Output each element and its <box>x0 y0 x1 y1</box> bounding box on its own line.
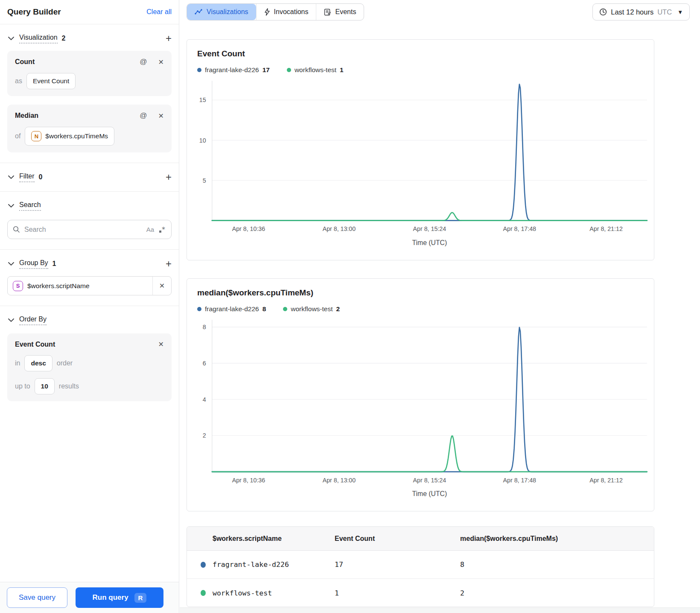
legend-item[interactable]: fragrant-lake-d226 17 <box>197 66 270 74</box>
series-dot <box>197 68 201 72</box>
row-script-name: fragrant-lake-d226 <box>187 560 335 569</box>
time-range-label: Last 12 hours <box>611 8 653 16</box>
series-dot <box>201 590 206 596</box>
svg-text:Apr 8, 15:24: Apr 8, 15:24 <box>413 477 446 484</box>
results-table-card: $workers.scriptName Event Count median($… <box>187 526 654 607</box>
time-range-picker[interactable]: Last 12 hours UTC ▼ <box>592 3 690 20</box>
run-query-label: Run query <box>93 593 128 602</box>
field-value: $workers.cpuTimeMs <box>45 132 108 140</box>
chevron-down-icon[interactable] <box>7 260 15 268</box>
svg-text:Apr 8, 15:24: Apr 8, 15:24 <box>413 225 446 232</box>
match-case-icon[interactable]: Aa <box>146 226 154 233</box>
event-count-chart-card: Event Count fragrant-lake-d226 17 workfl… <box>187 39 654 260</box>
visualization-label: Visualization <box>19 34 58 44</box>
median-cpu-chart-card: median($workers.cpuTimeMs) fragrant-lake… <box>187 278 654 511</box>
table-row[interactable]: fragrant-lake-d226 17 8 <box>187 551 654 579</box>
remove-group-by-icon[interactable]: ✕ <box>152 277 171 295</box>
series-dot <box>201 562 206 568</box>
at-mention-icon[interactable]: @ <box>140 111 147 120</box>
regex-icon[interactable]: * <box>158 226 166 234</box>
clock-icon <box>599 8 607 16</box>
svg-text:15: 15 <box>199 96 206 103</box>
table-header-row: $workers.scriptName Event Count median($… <box>187 527 654 551</box>
chart-title: median($workers.cpuTimeMs) <box>187 279 654 298</box>
chart-legend: fragrant-lake-d226 17 workflows-test 1 <box>187 58 654 74</box>
legend-item[interactable]: fragrant-lake-d226 8 <box>197 305 266 313</box>
tab-visualizations[interactable]: Visualizations <box>187 4 256 20</box>
tab-events[interactable]: Events <box>316 4 364 20</box>
legend-item[interactable]: workflows-test 2 <box>283 305 340 313</box>
alias-value-box[interactable]: Event Count <box>26 73 76 89</box>
median-cpu-line-chart[interactable]: 2468Apr 8, 10:36Apr 8, 13:00Apr 8, 15:24… <box>187 313 654 501</box>
results-label: results <box>59 382 79 390</box>
table-row[interactable]: workflows-test 1 2 <box>187 579 654 607</box>
series-name: workflows-test <box>291 305 332 313</box>
add-group-by-button[interactable]: + <box>166 260 172 268</box>
chart-title: Event Count <box>187 40 654 58</box>
field-value-box[interactable]: N $workers.cpuTimeMs <box>25 127 114 146</box>
add-visualization-button[interactable]: + <box>166 35 172 42</box>
order-label: order <box>57 359 73 367</box>
search-box: Aa * <box>7 220 172 239</box>
svg-text:4: 4 <box>203 396 206 403</box>
search-input[interactable] <box>24 226 142 234</box>
save-query-button[interactable]: Save query <box>7 587 67 608</box>
chevron-down-icon[interactable] <box>7 316 15 324</box>
visualization-card-count: Count @ ✕ as Event Count <box>7 51 172 96</box>
add-filter-button[interactable]: + <box>166 173 172 181</box>
svg-text:5: 5 <box>203 177 206 184</box>
run-shortcut-badge: R <box>134 593 147 603</box>
tab-invocations[interactable]: Invocations <box>256 4 316 20</box>
view-tabs: Visualizations Invocations Events <box>187 3 364 20</box>
upto-label: up to <box>15 382 30 390</box>
sidebar-footer: Save query Run query R <box>0 582 179 613</box>
column-median: median($workers.cpuTimeMs) <box>460 535 654 543</box>
svg-text:Apr 8, 13:00: Apr 8, 13:00 <box>323 477 356 484</box>
visualization-card-median: Median @ ✕ of N $workers.cpuTimeMs <box>7 105 172 152</box>
group-by-field-row[interactable]: S $workers.scriptName ✕ <box>7 276 172 295</box>
events-icon <box>324 9 331 16</box>
event-count-line-chart[interactable]: 51015Apr 8, 10:36Apr 8, 13:00Apr 8, 15:2… <box>187 74 654 250</box>
svg-text:Time (UTC): Time (UTC) <box>412 490 447 497</box>
remove-visualization-icon[interactable]: ✕ <box>158 58 164 66</box>
string-field-icon: S <box>13 281 23 291</box>
row-median: 2 <box>460 589 654 597</box>
remove-visualization-icon[interactable]: ✕ <box>158 112 164 120</box>
series-name: workflows-test <box>295 66 336 74</box>
filter-count: 0 <box>39 173 43 181</box>
series-total: 1 <box>340 66 344 74</box>
svg-text:2: 2 <box>203 432 206 439</box>
order-direction-box[interactable]: desc <box>24 355 52 371</box>
remove-order-by-icon[interactable]: ✕ <box>158 340 164 348</box>
chart-legend: fragrant-lake-d226 8 workflows-test 2 <box>187 298 654 313</box>
row-script-name: workflows-test <box>187 589 335 597</box>
svg-text:*: * <box>162 226 165 234</box>
section-order-by: Order By Event Count ✕ in desc order up … <box>0 306 179 412</box>
limit-box[interactable]: 10 <box>35 378 55 394</box>
svg-text:Apr 8, 21:12: Apr 8, 21:12 <box>589 477 623 484</box>
svg-text:10: 10 <box>199 137 206 144</box>
row-event-count: 17 <box>335 560 460 569</box>
order-by-label: Order By <box>19 315 47 325</box>
tab-label: Invocations <box>274 8 309 16</box>
series-total: 2 <box>336 305 340 313</box>
clear-all-button[interactable]: Clear all <box>146 8 172 16</box>
group-by-field-value: $workers.scriptName <box>27 282 90 290</box>
run-query-button[interactable]: Run query R <box>76 587 163 608</box>
chevron-down-icon[interactable] <box>7 173 15 181</box>
column-event-count: Event Count <box>335 535 460 543</box>
chevron-down-icon[interactable] <box>7 202 15 210</box>
svg-text:Apr 8, 10:36: Apr 8, 10:36 <box>232 477 265 484</box>
series-total: 8 <box>262 305 266 313</box>
svg-text:Apr 8, 21:12: Apr 8, 21:12 <box>589 225 623 232</box>
page-title: Query Builder <box>7 7 61 17</box>
at-mention-icon[interactable]: @ <box>140 58 147 66</box>
series-dot <box>287 68 291 72</box>
main-content: Visualizations Invocations Events Last 1… <box>180 0 700 613</box>
series-name: fragrant-lake-d226 <box>205 305 259 313</box>
lightning-icon <box>264 8 270 16</box>
legend-item[interactable]: workflows-test 1 <box>287 66 344 74</box>
series-name: fragrant-lake-d226 <box>205 66 259 74</box>
column-script-name: $workers.scriptName <box>187 535 335 543</box>
chevron-down-icon[interactable] <box>7 35 15 42</box>
